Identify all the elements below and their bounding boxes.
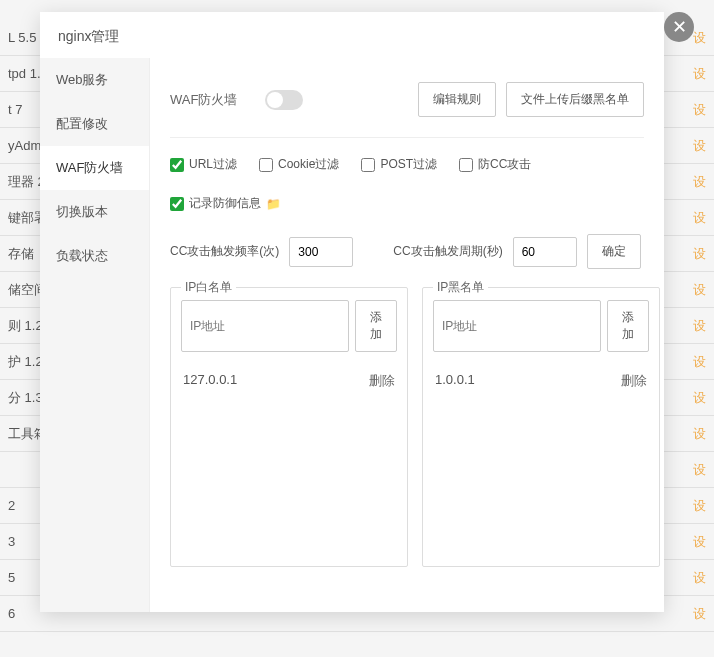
- check-input-4[interactable]: [170, 197, 184, 211]
- sidebar-item-0[interactable]: Web服务: [40, 58, 149, 102]
- whitelist-add-button[interactable]: 添加: [355, 300, 397, 352]
- confirm-button[interactable]: 确定: [587, 234, 641, 269]
- whitelist-input[interactable]: [181, 300, 349, 352]
- folder-icon[interactable]: 📁: [266, 197, 281, 211]
- ext-blacklist-button[interactable]: 文件上传后缀黑名单: [506, 82, 644, 117]
- check-label: Cookie过滤: [278, 156, 339, 173]
- blacklist-title: IP黑名单: [433, 279, 488, 296]
- blacklist-input[interactable]: [433, 300, 601, 352]
- check-3[interactable]: 防CC攻击: [459, 156, 531, 173]
- edit-rules-button[interactable]: 编辑规则: [418, 82, 496, 117]
- sidebar-item-3[interactable]: 切换版本: [40, 190, 149, 234]
- cc-cycle-label: CC攻击触发周期(秒): [393, 243, 502, 260]
- check-input-2[interactable]: [361, 158, 375, 172]
- whitelist-box: IP白名单 添加 127.0.0.1删除: [170, 287, 408, 567]
- blacklist-box: IP黑名单 添加 1.0.0.1删除: [422, 287, 660, 567]
- sidebar-item-1[interactable]: 配置修改: [40, 102, 149, 146]
- blacklist-item: 1.0.0.1删除: [435, 366, 647, 396]
- sidebar: Web服务配置修改WAF防火墙切换版本负载状态: [40, 58, 150, 612]
- whitelist-title: IP白名单: [181, 279, 236, 296]
- whitelist-item: 127.0.0.1删除: [183, 366, 395, 396]
- blacklist-add-button[interactable]: 添加: [607, 300, 649, 352]
- close-icon[interactable]: ✕: [664, 12, 694, 42]
- check-4[interactable]: 记录防御信息 📁: [170, 195, 281, 212]
- check-label: URL过滤: [189, 156, 237, 173]
- check-label: 记录防御信息: [189, 195, 261, 212]
- modal-content: WAF防火墙 编辑规则 文件上传后缀黑名单 URL过滤Cookie过滤POST过…: [150, 58, 664, 612]
- check-label: 防CC攻击: [478, 156, 531, 173]
- cc-freq-input[interactable]: [289, 237, 353, 267]
- cc-freq-label: CC攻击触发频率(次): [170, 243, 279, 260]
- check-input-1[interactable]: [259, 158, 273, 172]
- check-input-0[interactable]: [170, 158, 184, 172]
- modal-title: nginx管理: [40, 12, 664, 58]
- check-0[interactable]: URL过滤: [170, 156, 237, 173]
- waf-label: WAF防火墙: [170, 91, 237, 109]
- filter-checks: URL过滤Cookie过滤POST过滤防CC攻击记录防御信息 📁: [170, 138, 644, 230]
- delete-link[interactable]: 删除: [369, 372, 395, 390]
- sidebar-item-4[interactable]: 负载状态: [40, 234, 149, 278]
- ip-value: 1.0.0.1: [435, 372, 475, 390]
- sidebar-item-2[interactable]: WAF防火墙: [40, 146, 149, 190]
- delete-link[interactable]: 删除: [621, 372, 647, 390]
- check-1[interactable]: Cookie过滤: [259, 156, 339, 173]
- check-2[interactable]: POST过滤: [361, 156, 437, 173]
- waf-toggle[interactable]: [265, 90, 303, 110]
- check-input-3[interactable]: [459, 158, 473, 172]
- cc-cycle-input[interactable]: [513, 237, 577, 267]
- ip-value: 127.0.0.1: [183, 372, 237, 390]
- check-label: POST过滤: [380, 156, 437, 173]
- nginx-modal: nginx管理 Web服务配置修改WAF防火墙切换版本负载状态 WAF防火墙 编…: [40, 12, 664, 612]
